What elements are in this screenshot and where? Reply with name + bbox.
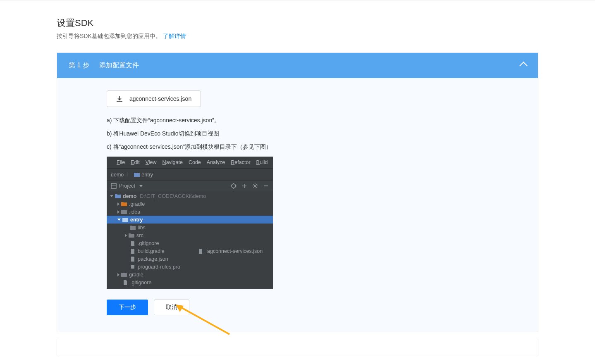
next-step-button[interactable]: 下一步 xyxy=(107,300,148,315)
ide-toolbar: Project xyxy=(107,181,273,191)
tree-target-file: agconnect-services.json xyxy=(198,248,263,254)
svg-rect-1 xyxy=(111,183,116,188)
folder-icon xyxy=(121,272,127,277)
header-section: 设置SDK 按引导将SDK基础包添加到您的应用中。 了解详情 xyxy=(57,17,538,40)
step-1-header[interactable]: 第 1 步 添加配置文件 xyxy=(57,53,538,78)
folder-icon xyxy=(121,202,127,207)
tree-proguard: proguard-rules.pro xyxy=(107,263,273,271)
instruction-a: a) 下载配置文件“agconnect-services.json”。 xyxy=(107,117,488,124)
folder-icon xyxy=(121,209,127,214)
instruction-c: c) 将“agconnect-services.json”添加到模块根目录下（参… xyxy=(107,143,488,151)
split-icon xyxy=(241,183,247,189)
top-divider xyxy=(0,0,595,0)
ide-menu-navigate: Navigate xyxy=(162,159,183,165)
ide-menu-code: Code xyxy=(189,159,201,165)
ide-menu-build: Build xyxy=(256,159,268,165)
ide-toolbar-right xyxy=(231,183,269,189)
folder-icon xyxy=(122,217,128,222)
tree-src: src xyxy=(107,231,273,239)
chevron-up-icon xyxy=(519,62,528,70)
file-icon xyxy=(122,280,128,285)
tree-gradle: .gradle xyxy=(107,200,273,208)
tree-package-json: package.json xyxy=(107,255,273,263)
ide-menu-file: File xyxy=(117,159,125,165)
file-icon xyxy=(130,249,136,254)
ide-menu-refactor: Refactor xyxy=(231,159,250,165)
action-buttons: 下一步 取消 xyxy=(107,300,488,315)
tree-build-gradle: build.gradle agconnect-services.json xyxy=(107,247,273,255)
step-title: 添加配置文件 xyxy=(99,61,139,70)
tree-entry: entry xyxy=(107,216,273,224)
learn-more-link[interactable]: 了解详情 xyxy=(163,33,186,39)
project-dropdown-label: Project xyxy=(119,183,135,189)
ide-breadcrumb: demo 〉 entry xyxy=(107,169,273,181)
svg-point-11 xyxy=(254,185,256,187)
download-icon xyxy=(116,95,123,102)
file-icon xyxy=(130,264,136,269)
folder-icon xyxy=(115,194,121,199)
breadcrumb-root: demo xyxy=(111,172,124,178)
folder-icon xyxy=(134,172,140,177)
folder-icon xyxy=(129,233,134,238)
file-icon xyxy=(130,257,136,262)
ide-menu-analyze: Analyze xyxy=(207,159,225,165)
breadcrumb-module: entry xyxy=(134,172,153,178)
tree-idea: .idea xyxy=(107,208,273,216)
page-title: 设置SDK xyxy=(57,17,538,29)
tree-gradle2: gradle xyxy=(107,271,273,278)
file-icon xyxy=(130,241,136,246)
page-subtitle: 按引导将SDK基础包添加到您的应用中。 了解详情 xyxy=(57,33,538,40)
step-1-panel: 第 1 步 添加配置文件 agconnect-services.json a) … xyxy=(57,52,538,332)
tree-gitignore2: .gitignore xyxy=(107,278,273,286)
subtitle-text: 按引导将SDK基础包添加到您的应用中。 xyxy=(57,33,161,39)
project-icon xyxy=(111,183,117,189)
download-filename: agconnect-services.json xyxy=(129,95,191,102)
step-header-left: 第 1 步 添加配置文件 xyxy=(69,61,139,70)
step-2-panel-collapsed[interactable] xyxy=(57,339,538,356)
instruction-b: b) 将Huawei DevEco Studio切换到项目视图 xyxy=(107,130,488,138)
step-body: agconnect-services.json a) 下载配置文件“agconn… xyxy=(57,78,538,332)
breadcrumb-separator: 〉 xyxy=(125,171,132,178)
cancel-button[interactable]: 取消 xyxy=(154,300,189,315)
tree-gitignore: .gitignore xyxy=(107,239,273,247)
ide-menubar: File Edit View Navigate Code Analyze Ref… xyxy=(107,157,273,169)
ide-menu-edit: Edit xyxy=(131,159,140,165)
ide-toolbar-left: Project xyxy=(111,183,143,189)
download-config-button[interactable]: agconnect-services.json xyxy=(107,90,201,107)
svg-rect-13 xyxy=(131,265,134,269)
gear-icon xyxy=(252,183,258,189)
minimize-icon xyxy=(263,183,269,189)
folder-icon xyxy=(130,225,136,230)
tree-root: demo D:\GIT_CODE\AGCKit\demo xyxy=(107,192,273,200)
file-icon xyxy=(198,249,203,254)
step-number: 第 1 步 xyxy=(69,61,89,70)
svg-point-3 xyxy=(232,184,236,188)
ide-menu-view: View xyxy=(146,159,157,165)
page-container: 设置SDK 按引导将SDK基础包添加到您的应用中。 了解详情 第 1 步 添加配… xyxy=(53,17,542,356)
target-icon xyxy=(231,183,237,189)
tree-libs: libs xyxy=(107,224,273,231)
ide-project-tree: demo D:\GIT_CODE\AGCKit\demo .gradle .id… xyxy=(107,191,273,289)
dropdown-arrow-icon xyxy=(139,185,143,187)
ide-screenshot: File Edit View Navigate Code Analyze Ref… xyxy=(107,157,273,289)
